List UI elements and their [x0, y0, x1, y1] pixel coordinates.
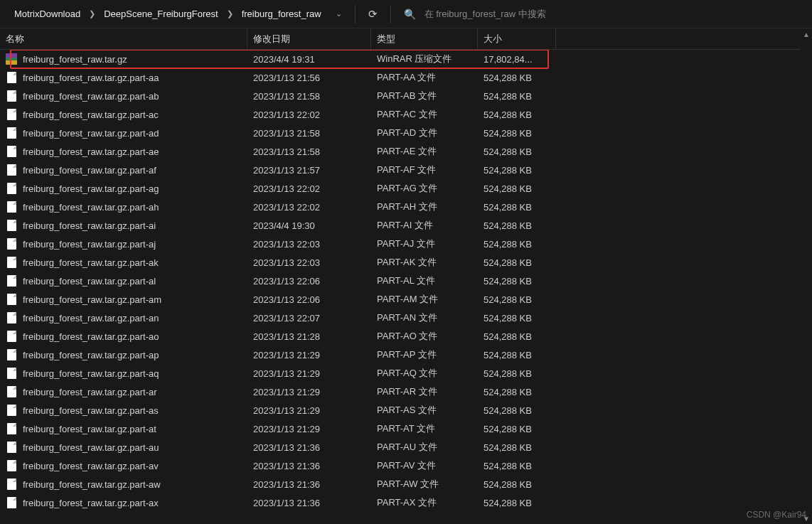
file-size: 524,288 KB [478, 146, 556, 157]
file-name-cell[interactable]: freiburg_forest_raw.tar.gz.part-ak [0, 257, 247, 268]
file-date: 2023/1/13 21:57 [247, 165, 371, 176]
file-row[interactable]: freiburg_forest_raw.tar.gz.part-ai2023/4… [0, 216, 812, 235]
file-name: freiburg_forest_raw.tar.gz.part-as [23, 405, 159, 416]
chevron-down-icon[interactable]: ⌄ [326, 9, 352, 18]
chevron-right-icon: ❯ [223, 9, 237, 18]
header-type[interactable]: 类型 [371, 28, 478, 49]
file-name-cell[interactable]: freiburg_forest_raw.tar.gz.part-aw [0, 478, 247, 490]
file-icon [6, 90, 17, 102]
file-type: PART-AS 文件 [371, 404, 478, 417]
file-name-cell[interactable]: freiburg_forest_raw.tar.gz.part-ai [0, 220, 247, 231]
file-row[interactable]: freiburg_forest_raw.tar.gz.part-ap2023/1… [0, 346, 812, 364]
file-name: freiburg_forest_raw.tar.gz.part-am [23, 294, 161, 305]
file-row[interactable]: freiburg_forest_raw.tar.gz.part-aw2023/1… [0, 475, 812, 493]
scroll-up-icon[interactable]: ▲ [801, 28, 812, 40]
file-name-cell[interactable]: freiburg_forest_raw.tar.gz.part-ae [0, 146, 247, 157]
file-row[interactable]: freiburg_forest_raw.tar.gz.part-ab2023/1… [0, 87, 812, 105]
file-name-cell[interactable]: freiburg_forest_raw.tar.gz.part-ab [0, 90, 247, 102]
file-row[interactable]: freiburg_forest_raw.tar.gz.part-af2023/1… [0, 161, 812, 179]
file-name: freiburg_forest_raw.tar.gz.part-ad [23, 128, 159, 139]
file-name-cell[interactable]: freiburg_forest_raw.tar.gz.part-aq [0, 368, 247, 379]
file-icon [6, 442, 17, 453]
file-type: PART-AU 文件 [371, 441, 478, 454]
file-row[interactable]: freiburg_forest_raw.tar.gz.part-aa2023/1… [0, 68, 812, 87]
file-name-cell[interactable]: freiburg_forest_raw.tar.gz.part-af [0, 164, 247, 176]
file-size: 524,288 KB [478, 350, 556, 360]
file-name-cell[interactable]: freiburg_forest_raw.tar.gz.part-aj [0, 238, 247, 250]
file-icon [6, 497, 17, 508]
file-name-cell[interactable]: freiburg_forest_raw.tar.gz.part-ax [0, 497, 247, 508]
file-date: 2023/1/13 21:58 [247, 146, 371, 157]
file-name-cell[interactable]: freiburg_forest_raw.tar.gz.part-an [0, 312, 247, 324]
file-name-cell[interactable]: freiburg_forest_raw.tar.gz.part-as [0, 405, 247, 416]
vertical-scrollbar[interactable]: ▲ ▼ [801, 28, 812, 524]
file-size: 524,288 KB [478, 183, 556, 194]
file-row[interactable]: freiburg_forest_raw.tar.gz.part-ak2023/1… [0, 253, 812, 272]
file-row[interactable]: freiburg_forest_raw.tar.gz.part-ac2023/1… [0, 105, 812, 124]
file-row[interactable]: freiburg_forest_raw.tar.gz.part-as2023/1… [0, 401, 812, 419]
breadcrumb-item[interactable]: freiburg_forest_raw [237, 6, 326, 22]
file-name-cell[interactable]: freiburg_forest_raw.tar.gz.part-al [0, 275, 247, 287]
file-name: freiburg_forest_raw.tar.gz.part-ap [23, 350, 159, 360]
header-name[interactable]: 名称 [0, 28, 247, 49]
file-name: freiburg_forest_raw.tar.gz.part-ab [23, 91, 159, 102]
file-name: freiburg_forest_raw.tar.gz.part-ak [23, 257, 159, 268]
file-name-cell[interactable]: freiburg_forest_raw.tar.gz.part-aa [0, 72, 247, 83]
file-type: PART-AB 文件 [371, 90, 478, 102]
file-size: 524,288 KB [478, 257, 556, 268]
file-row[interactable]: freiburg_forest_raw.tar.gz.part-aq2023/1… [0, 364, 812, 383]
file-row[interactable]: freiburg_forest_raw.tar.gz.part-ad2023/1… [0, 124, 812, 142]
file-row[interactable]: freiburg_forest_raw.tar.gz.part-ao2023/1… [0, 327, 812, 346]
header-size[interactable]: 大小 [478, 28, 556, 49]
file-name-cell[interactable]: freiburg_forest_raw.tar.gz.part-am [0, 294, 247, 305]
file-size: 524,288 KB [478, 276, 556, 287]
file-row[interactable]: freiburg_forest_raw.tar.gz.part-ae2023/1… [0, 142, 812, 161]
file-name-cell[interactable]: freiburg_forest_raw.tar.gz.part-ac [0, 109, 247, 120]
file-row[interactable]: freiburg_forest_raw.tar.gz.part-av2023/1… [0, 456, 812, 475]
file-name: freiburg_forest_raw.tar.gz.part-ax [23, 498, 159, 508]
file-row[interactable]: freiburg_forest_raw.tar.gz2023/4/4 19:31… [0, 50, 812, 68]
search-box[interactable]: 🔍 [394, 9, 812, 20]
breadcrumb-item[interactable]: DeepScene_FreiburgForest [100, 6, 222, 22]
header-date[interactable]: 修改日期 [247, 28, 371, 49]
file-name-cell[interactable]: freiburg_forest_raw.tar.gz.part-ar [0, 386, 247, 397]
file-row[interactable]: freiburg_forest_raw.tar.gz.part-al2023/1… [0, 272, 812, 290]
file-row[interactable]: freiburg_forest_raw.tar.gz.part-ax2023/1… [0, 493, 812, 512]
file-name-cell[interactable]: freiburg_forest_raw.tar.gz.part-ah [0, 201, 247, 213]
file-size: 524,288 KB [478, 165, 556, 176]
file-name-cell[interactable]: freiburg_forest_raw.tar.gz.part-at [0, 423, 247, 434]
file-row[interactable]: freiburg_forest_raw.tar.gz.part-ah2023/1… [0, 198, 812, 216]
file-type: PART-AM 文件 [371, 293, 478, 306]
file-row[interactable]: freiburg_forest_raw.tar.gz.part-aj2023/1… [0, 235, 812, 253]
archive-icon [6, 53, 17, 65]
file-row[interactable]: freiburg_forest_raw.tar.gz.part-au2023/1… [0, 438, 812, 456]
file-name: freiburg_forest_raw.tar.gz.part-av [23, 461, 159, 471]
file-list[interactable]: freiburg_forest_raw.tar.gz2023/4/4 19:31… [0, 50, 812, 524]
file-type: PART-AX 文件 [371, 496, 478, 509]
file-row[interactable]: freiburg_forest_raw.tar.gz.part-am2023/1… [0, 290, 812, 309]
file-row[interactable]: freiburg_forest_raw.tar.gz.part-an2023/1… [0, 309, 812, 327]
file-name: freiburg_forest_raw.tar.gz.part-af [23, 165, 156, 176]
file-name-cell[interactable]: freiburg_forest_raw.tar.gz.part-av [0, 460, 247, 471]
file-row[interactable]: freiburg_forest_raw.tar.gz.part-ag2023/1… [0, 179, 812, 198]
divider [390, 5, 391, 23]
file-name-cell[interactable]: freiburg_forest_raw.tar.gz.part-ag [0, 183, 247, 194]
breadcrumb-item[interactable]: MotrixDownload [10, 6, 85, 22]
search-input[interactable] [424, 9, 802, 19]
search-icon: 🔍 [404, 9, 416, 20]
file-icon [6, 386, 17, 397]
file-name-cell[interactable]: freiburg_forest_raw.tar.gz [0, 53, 247, 65]
file-date: 2023/1/13 21:36 [247, 479, 371, 490]
file-name-cell[interactable]: freiburg_forest_raw.tar.gz.part-ad [0, 127, 247, 139]
file-name: freiburg_forest_raw.tar.gz.part-ar [23, 387, 157, 397]
file-row[interactable]: freiburg_forest_raw.tar.gz.part-ar2023/1… [0, 383, 812, 401]
file-icon [6, 201, 17, 213]
file-name-cell[interactable]: freiburg_forest_raw.tar.gz.part-au [0, 442, 247, 453]
refresh-icon[interactable]: ⟳ [358, 8, 388, 21]
file-name: freiburg_forest_raw.tar.gz.part-aa [23, 73, 159, 83]
file-row[interactable]: freiburg_forest_raw.tar.gz.part-at2023/1… [0, 419, 812, 438]
file-size: 524,288 KB [478, 479, 556, 490]
file-name-cell[interactable]: freiburg_forest_raw.tar.gz.part-ao [0, 331, 247, 342]
divider [355, 5, 356, 23]
file-name-cell[interactable]: freiburg_forest_raw.tar.gz.part-ap [0, 349, 247, 360]
